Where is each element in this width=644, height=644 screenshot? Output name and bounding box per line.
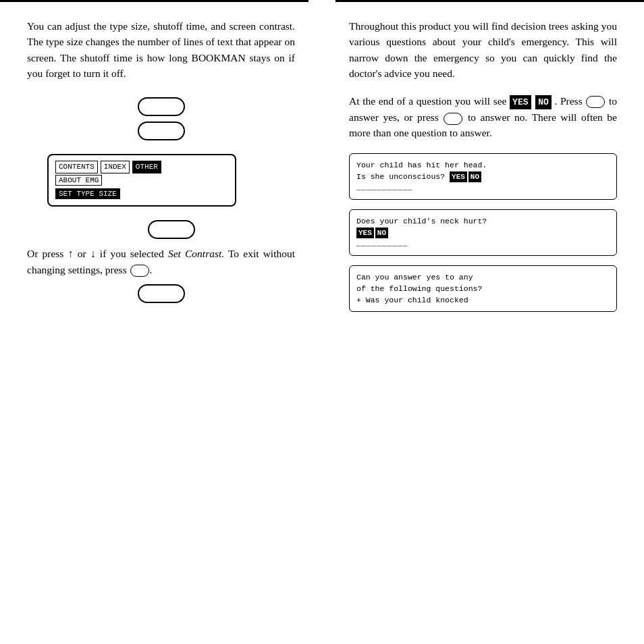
lcd-contents: CONTENTS [55, 161, 98, 173]
inline-btn-yes[interactable] [586, 96, 605, 108]
decision-box-3: Can you answer yes to anyof the followin… [349, 265, 617, 313]
inline-btn-no[interactable] [444, 113, 462, 125]
lcd-screen: CONTENTS INDEX OTHER ABOUT EMG SET TYPE … [47, 154, 236, 207]
yes-badge: YES [510, 95, 531, 110]
oval-button-2[interactable] [138, 122, 185, 140]
decision-box-1: Your child has hit her head.Is she uncon… [349, 153, 617, 200]
left-column: You can adjust the type size, shutoff ti… [20, 2, 308, 644]
oval-button-below-screen [47, 220, 295, 239]
arrow-down-icon [90, 248, 96, 259]
left-bottom-paragraph: Or press or if you selected Set Contrast… [27, 246, 295, 277]
lcd-index: INDEX [101, 161, 130, 173]
oval-button-1[interactable] [138, 97, 185, 116]
left-paragraph1: You can adjust the type size, shutoff ti… [27, 18, 295, 81]
decision-box-2-text: Does your child's neck hurt? YESNO [356, 215, 610, 239]
arrow-up-icon [68, 248, 74, 259]
column-divider [308, 2, 336, 644]
decision-box-2: Does your child's neck hurt? YESNO _____… [349, 209, 617, 256]
right-paragraph2: At the end of a question you will see YE… [349, 93, 617, 141]
lcd-row-2: ABOUT EMG [55, 175, 228, 186]
yes-sm-2: YES [356, 227, 374, 239]
right-paragraph1: Throughout this product you will find de… [349, 18, 617, 81]
yes-sm-1: YES [450, 171, 467, 183]
lcd-row-3: SET TYPE SIZE [55, 188, 228, 200]
oval-buttons-group [27, 97, 295, 140]
oval-button-bottom [27, 284, 295, 303]
main-content: You can adjust the type size, shutoff ti… [0, 2, 644, 644]
lcd-other: OTHER [132, 161, 161, 173]
oval-button-3[interactable] [148, 220, 195, 239]
right-para2-part1: At the end of a question you will see [349, 95, 510, 107]
oval-button-4[interactable] [138, 284, 185, 303]
no-sm-2: NO [375, 227, 388, 239]
set-contrast-label: Set Contrast. [168, 248, 224, 259]
right-column: Throughout this product you will find de… [336, 2, 624, 644]
decision-box-1-underline: ___________ [356, 182, 610, 194]
lcd-about-emg: ABOUT EMG [55, 175, 102, 186]
lcd-screen-section: CONTENTS INDEX OTHER ABOUT EMG SET TYPE … [27, 154, 295, 207]
no-sm-1: NO [468, 171, 481, 183]
decision-box-2-underline: __________ [356, 238, 610, 250]
lcd-set-type-size: SET TYPE SIZE [55, 188, 120, 199]
inline-oval-button[interactable] [130, 265, 149, 277]
decision-box-3-text: Can you answer yes to anyof the followin… [356, 271, 610, 306]
decision-box-1-text: Your child has hit her head.Is she uncon… [356, 159, 610, 183]
lcd-row-1: CONTENTS INDEX OTHER [55, 161, 228, 173]
no-badge: NO [535, 95, 552, 110]
